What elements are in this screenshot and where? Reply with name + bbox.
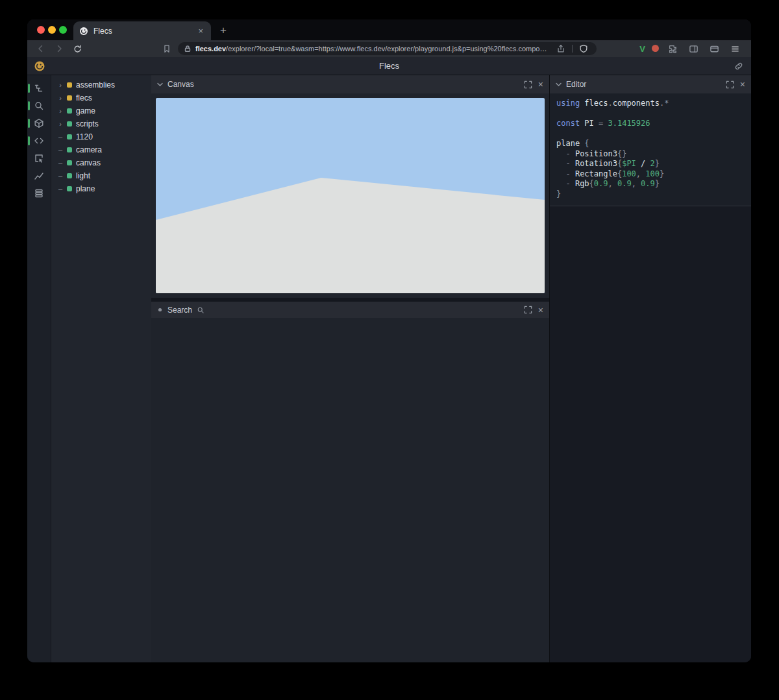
reload-icon [73,44,82,54]
chevron-right-icon[interactable]: › [58,120,63,128]
code-token: } [655,159,660,168]
extensions-button[interactable] [665,42,680,56]
code-panel-button[interactable] [27,134,51,148]
code-line [556,109,745,119]
code-token: , [632,179,641,188]
bookmark-button[interactable] [160,42,174,56]
brave-shield-button[interactable] [576,42,591,56]
urlbar-separator [572,45,573,53]
editor-panel: Editor × using flecs.components.* const … [549,75,751,662]
chevron-down-icon[interactable] [556,82,562,87]
brave-shield-icon [579,44,588,53]
browser-tab[interactable]: Flecs × [73,21,211,40]
code-line: - Rotation3{$PI / 2} [556,159,745,169]
chevron-right-icon[interactable]: › [58,94,63,102]
entity-color-square [67,173,72,178]
extension-v-button[interactable]: V [639,44,645,54]
code-token: Rotation3 [575,159,617,168]
code-token: - [556,149,575,158]
code-token: / [636,159,650,168]
tree-icon [34,83,44,93]
reload-button[interactable] [70,42,84,56]
editor-code[interactable]: using flecs.components.* const PI = 3.14… [550,93,751,206]
share-button[interactable] [554,42,568,56]
traffic-close[interactable] [37,26,45,34]
dot-icon[interactable] [157,307,163,313]
tree-item-camera[interactable]: –camera [51,143,151,156]
search-panel-header: Search × [151,302,549,318]
search-expand-button[interactable] [523,305,534,315]
tab-bar: Flecs × + [27,19,751,40]
editor-close-button[interactable]: × [740,80,745,89]
entities-panel-button[interactable] [27,116,51,130]
sidebar-toggle-button[interactable] [686,42,700,56]
entity-color-square [67,95,72,101]
chevron-right-icon[interactable]: › [58,81,63,89]
code-line: - Rgb{0.9, 0.9, 0.9} [556,179,745,189]
tree-item-scripts[interactable]: ›scripts [51,117,151,130]
tree-panel-button[interactable] [27,81,51,95]
entity-color-square [67,82,72,88]
dash-icon: – [58,172,63,180]
code-token: 100 [622,169,636,178]
tab-close-button[interactable]: × [196,26,205,36]
tree-item-flecs[interactable]: ›flecs [51,91,151,104]
inspect-panel-button[interactable] [27,151,51,165]
tree-item-label: camera [76,145,102,154]
new-tab-button[interactable]: + [215,22,232,39]
inspect-icon [34,153,44,163]
code-token: Rectangle [575,169,617,178]
entity-color-square [67,160,72,165]
chevron-down-icon[interactable] [157,82,163,87]
code-token: 0.9 [641,179,655,188]
tree-item-1120[interactable]: –1120 [51,130,151,143]
back-button[interactable] [34,42,48,56]
dash-icon: – [58,159,63,167]
code-line: const PI = 3.1415926 [556,119,745,129]
tree-item-assemblies[interactable]: ›assemblies [51,78,151,91]
tree-item-light[interactable]: –light [51,169,151,182]
expand-icon [524,306,532,314]
extension-dot-button[interactable] [652,43,659,54]
canvas-3d-viewport[interactable] [156,98,545,293]
code-token: - [556,159,575,168]
share-link-button[interactable] [734,62,743,73]
url-bar[interactable]: flecs.dev/explorer/?local=true&wasm=http… [178,42,597,55]
chevron-right-icon[interactable]: › [58,107,63,115]
canvas-expand-button[interactable] [523,79,534,90]
tree-item-label: canvas [76,158,101,167]
tree-item-label: scripts [76,119,99,128]
entity-color-square [67,147,72,152]
code-token: . [608,99,612,108]
stats-panel-button[interactable] [27,169,51,183]
page-header: Flecs [27,57,751,75]
tree-item-game[interactable]: ›game [51,104,151,117]
code-line: using flecs.components.* [556,99,745,109]
extension-v-icon: V [639,44,645,54]
editor-expand-button[interactable] [725,79,736,90]
search-close-button[interactable]: × [538,306,543,315]
menu-button[interactable] [728,42,742,56]
tree-item-plane[interactable]: –plane [51,182,151,195]
tree-item-label: game [76,106,95,115]
code-token: } [556,189,561,199]
url-text: flecs.dev/explorer/?local=true&wasm=http… [195,45,550,53]
queries-icon [34,188,44,199]
code-line [556,129,745,139]
link-icon [734,62,743,71]
search-panel-button[interactable] [27,99,51,113]
tree-item-canvas[interactable]: –canvas [51,156,151,169]
canvas-body [151,93,549,298]
code-token: flecs [584,99,608,108]
code-token: 2 [650,159,655,168]
entity-color-square [67,134,72,139]
queries-panel-button[interactable] [27,186,51,200]
url-host: flecs.dev [195,45,226,53]
traffic-zoom[interactable] [59,26,67,34]
forward-button[interactable] [52,42,66,56]
center-column: Canvas × [151,75,549,662]
traffic-minimize[interactable] [48,26,56,34]
wallet-button[interactable] [707,42,721,56]
code-token: 0.9 [594,179,608,188]
canvas-close-button[interactable]: × [538,80,543,89]
